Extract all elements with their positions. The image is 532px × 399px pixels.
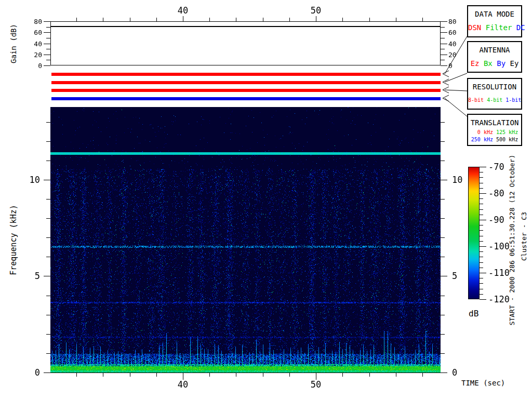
axis-tick (289, 373, 290, 377)
gain-tick-label-right: 20 (448, 51, 457, 58)
axis-tick (480, 204, 483, 204)
axis-tick (480, 220, 486, 220)
freq-tick-label: 10 (19, 176, 40, 184)
colorbar-tick-label: -80 (488, 189, 504, 198)
axis-tick (441, 60, 445, 60)
axis-tick (480, 230, 483, 231)
axis-tick (46, 27, 50, 28)
axis-tick (289, 18, 290, 21)
axis-tick (44, 276, 50, 276)
axis-tick (369, 18, 370, 21)
gain-tick-label: 0 (21, 62, 42, 69)
axis-tick (209, 18, 210, 21)
axis-tick (441, 276, 447, 276)
axis-tick-layer: 0020204040606080804040505000551010-70-80… (0, 0, 532, 399)
axis-tick (441, 315, 445, 315)
axis-tick (46, 161, 50, 161)
colorbar-tick-label: -90 (488, 216, 504, 224)
freq-tick-label-right: 5 (452, 272, 457, 281)
freq-tick-label: 5 (19, 272, 40, 281)
axis-tick (441, 21, 447, 22)
axis-tick (480, 198, 483, 199)
freq-tick-label-right: 10 (452, 176, 462, 184)
axis-tick (46, 199, 50, 200)
axis-tick (422, 18, 423, 21)
axis-tick (236, 18, 236, 21)
axis-tick (44, 180, 50, 180)
time-tick-label-top: 50 (305, 6, 326, 15)
axis-tick (441, 257, 445, 257)
axis-tick (46, 49, 50, 49)
axis-tick (480, 188, 483, 189)
axis-tick (44, 44, 50, 44)
axis-tick (103, 373, 103, 377)
axis-tick (441, 27, 445, 28)
axis-tick (44, 21, 50, 22)
axis-tick (480, 262, 483, 263)
axis-tick (44, 55, 50, 55)
axis-tick (316, 16, 316, 21)
axis-tick (441, 180, 447, 180)
axis-tick (480, 283, 483, 284)
axis-tick (441, 49, 445, 49)
axis-tick (480, 268, 483, 268)
axis-tick (480, 294, 483, 295)
colorbar-tick-label: -120 (488, 295, 510, 304)
freq-tick-label: 0 (19, 368, 40, 377)
axis-tick (480, 273, 486, 273)
axis-tick (480, 236, 483, 236)
axis-tick (480, 225, 483, 225)
axis-tick (480, 215, 483, 215)
axis-tick (156, 373, 157, 377)
wbd-spectrogram-page: Gain (dB) Frequency (kHz) TIME (sec) dB … (0, 0, 532, 399)
axis-tick (480, 289, 483, 289)
axis-tick (422, 373, 423, 377)
axis-tick (441, 55, 447, 55)
gain-tick-label-right: 80 (448, 18, 457, 25)
axis-tick (46, 141, 50, 142)
gain-tick-label: 80 (21, 18, 42, 25)
axis-tick (46, 334, 50, 335)
axis-tick (480, 167, 486, 167)
axis-tick (183, 16, 183, 21)
axis-tick (46, 237, 50, 238)
axis-tick (441, 218, 445, 219)
colorbar-tick-label: -70 (488, 163, 504, 171)
axis-tick (480, 172, 483, 172)
axis-tick (441, 237, 445, 238)
axis-tick (396, 18, 396, 21)
axis-tick (46, 218, 50, 219)
axis-tick (441, 32, 447, 33)
axis-tick (480, 209, 483, 210)
axis-tick (441, 296, 445, 296)
time-tick-label-top: 40 (172, 6, 193, 15)
gain-tick-label-right: 60 (448, 29, 457, 36)
freq-tick-label-right: 0 (452, 368, 457, 377)
colorbar-tick-label: -100 (488, 242, 510, 251)
gain-tick-label-right: 0 (448, 62, 453, 69)
axis-tick (342, 373, 343, 377)
axis-tick (209, 373, 210, 377)
axis-tick (441, 65, 447, 66)
axis-tick (46, 122, 50, 123)
axis-tick (263, 373, 263, 377)
gain-tick-label: 40 (21, 41, 42, 47)
gain-tick-label-right: 40 (448, 41, 457, 47)
axis-tick (480, 193, 486, 194)
axis-tick (263, 18, 263, 21)
axis-tick (130, 373, 130, 377)
axis-tick (342, 18, 343, 21)
axis-tick (480, 177, 483, 178)
axis-tick (44, 65, 50, 66)
axis-tick (480, 278, 483, 278)
axis-tick (441, 44, 447, 44)
axis-tick (46, 353, 50, 354)
time-tick-label-bottom: 50 (305, 380, 326, 389)
axis-tick (103, 18, 103, 21)
axis-tick (441, 141, 445, 142)
time-tick-label-bottom: 40 (172, 380, 193, 389)
axis-tick (480, 257, 483, 257)
gain-tick-label: 60 (21, 29, 42, 36)
axis-tick (480, 299, 486, 300)
axis-tick (236, 373, 236, 377)
